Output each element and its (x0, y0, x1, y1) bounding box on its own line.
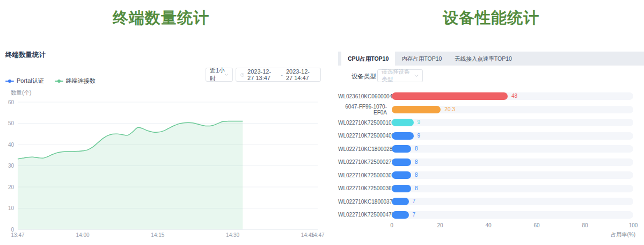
bar-value-label: 7 (413, 198, 416, 205)
bar-value-label: 8 (415, 158, 418, 166)
legend-item-terminal[interactable]: 终端连接数 (55, 77, 96, 85)
tab-memory-top10[interactable]: 内存占用TOP10 (395, 52, 448, 66)
y-tick-label: 0 (11, 227, 14, 233)
x-tick-label: 14:00 (76, 232, 90, 238)
bar-value-label: 8 (415, 185, 418, 192)
cpu-top10-xaxis: 020406080100 (392, 222, 633, 230)
area-fill (18, 121, 243, 229)
tab-wireless-ap-rate-top10[interactable]: 无线接入点速率TOP10 (448, 52, 518, 66)
bar-row: WL022710K7250004707 (338, 208, 644, 222)
chevron-down-icon (225, 73, 229, 76)
device-performance-panel: 设备性能统计 CPU占用TOP10 内存占用TOP10 无线接入点速率TOP10… (338, 0, 644, 245)
bar-row: WL022710KC180003727 (338, 195, 644, 208)
x-tick-label: 0 (390, 222, 393, 228)
bar-track: 8 (392, 185, 633, 192)
bar-track: 9 (392, 119, 633, 126)
bar-value-label: 9 (418, 119, 421, 126)
bar-track: 20.3 (392, 106, 633, 113)
right-heading: 设备性能统计 (338, 8, 644, 29)
bar[interactable] (392, 145, 411, 153)
bar-row: 6047-FF96-1070-EF0A20.3 (338, 103, 644, 117)
bar-category-label: WL022710KC18000280 (338, 146, 392, 152)
bar-category-label: WL022710K725000272 (338, 159, 392, 165)
x-tick-label: 60 (533, 222, 539, 228)
terminal-count-chart[interactable]: 0102030405060数量(个)13:4714:0014:1514:3014… (0, 86, 322, 245)
chevron-down-icon (414, 74, 419, 77)
time-range-select[interactable]: 近1小时 (206, 68, 233, 82)
bar-row: WL022710K7250002728 (338, 156, 644, 169)
y-tick-label: 50 (8, 120, 14, 126)
bar-value-label: 8 (415, 171, 418, 179)
x-tick-label: 20 (437, 222, 443, 228)
y-tick-label: 20 (8, 184, 14, 190)
bar-category-label: 6047-FF96-1070-EF0A (338, 104, 392, 116)
x-tick-label: 14:30 (226, 232, 239, 238)
bar-value-label: 8 (415, 145, 418, 153)
legend: Portal认证 终端连接数 (5, 77, 96, 85)
bar-row: WL022710K7250003698 (338, 182, 644, 196)
bar-xaxis-label: 占用率(%) (611, 231, 635, 239)
bar[interactable] (392, 119, 414, 126)
bar-value-label: 7 (413, 211, 416, 219)
bar[interactable] (392, 211, 409, 219)
bar-category-label: WL022710K725000409 (338, 133, 392, 139)
legend-label: Portal认证 (17, 77, 44, 85)
bar-track: 7 (392, 198, 633, 205)
bar[interactable] (392, 106, 441, 113)
bar[interactable] (392, 132, 414, 140)
bar-value-label: 9 (418, 132, 421, 140)
legend-marker-portal (5, 81, 14, 82)
y-tick-label: 60 (8, 99, 14, 105)
x-tick-label: 14:47 (311, 232, 324, 238)
tab-bar: CPU占用TOP10 内存占用TOP10 无线接入点速率TOP10 (338, 52, 644, 66)
legend-label: 终端连接数 (66, 77, 96, 85)
bar[interactable] (392, 198, 409, 205)
bar-category-label: WL022710K725000369 (338, 185, 392, 191)
clock-icon (240, 72, 244, 78)
date-range-separator: - (281, 71, 283, 78)
bar[interactable] (392, 92, 508, 100)
terminal-count-panel: 终端数量统计 终端数量统计 近1小时 2023-12-27 13:47 - 20… (0, 0, 322, 245)
date-range-start: 2023-12-27 13:47 (247, 68, 277, 81)
legend-marker-terminal (55, 81, 63, 82)
bar-row: WL022710K7250003078 (338, 169, 644, 182)
bar-row: WL022710K7250004099 (338, 129, 644, 143)
y-axis-title: 数量(个) (11, 89, 32, 96)
y-tick-label: 30 (8, 163, 14, 169)
bar-track: 8 (392, 145, 633, 153)
device-type-placeholder: 请选择设备类型 (382, 68, 414, 83)
device-type-label: 设备类型 (352, 73, 376, 81)
y-tick-label: 40 (8, 142, 14, 148)
x-tick-label: 40 (485, 222, 491, 228)
bar[interactable] (392, 158, 411, 166)
bar-category-label: WL022710K725000470 (338, 212, 392, 218)
device-type-select[interactable]: 请选择设备类型 (377, 69, 423, 82)
bar-track: 8 (392, 171, 633, 179)
bar-category-label: WL022710KC18000372 (338, 199, 392, 205)
date-range-end: 2023-12-27 14:47 (286, 68, 316, 81)
bar-value-label: 20.3 (444, 106, 455, 113)
bar-track: 8 (392, 158, 633, 166)
left-heading: 终端数量统计 (0, 8, 322, 29)
bar-category-label: WL022710K725000307 (338, 172, 392, 178)
dashboard: 终端数量统计 终端数量统计 近1小时 2023-12-27 13:47 - 20… (0, 0, 644, 245)
x-tick-label: 80 (582, 222, 588, 228)
bar-track: 9 (392, 132, 633, 140)
bar-track: 48 (392, 92, 633, 100)
date-range-picker[interactable]: 2023-12-27 13:47 - 2023-12-27 14:47 (236, 68, 321, 82)
tab-cpu-top10[interactable]: CPU占用TOP10 (341, 52, 395, 66)
panel-title: 终端数量统计 (5, 51, 46, 60)
time-range-value: 近1小时 (210, 67, 225, 83)
bar-value-label: 48 (511, 92, 517, 100)
bar-category-label: WL022710K725000102 (338, 120, 392, 126)
x-tick-label: 100 (629, 222, 638, 228)
bar-category-label: WL023610KC06000043 (338, 93, 392, 99)
bar-track: 7 (392, 211, 633, 219)
bar[interactable] (392, 171, 411, 179)
bar[interactable] (392, 185, 411, 192)
cpu-top10-rows[interactable]: WL023610KC06000043486047-FF96-1070-EF0A2… (338, 90, 644, 221)
legend-item-portal[interactable]: Portal认证 (5, 77, 44, 85)
bar-row: WL022710KC180002808 (338, 142, 644, 156)
x-tick-label: 13:47 (11, 232, 24, 238)
bar-row: WL022710K7250001029 (338, 116, 644, 129)
